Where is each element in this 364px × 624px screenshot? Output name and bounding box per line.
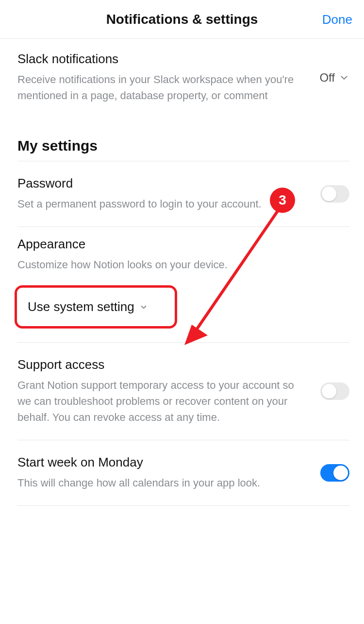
password-textcol: Password Set a permanent password to log…: [17, 176, 320, 212]
support-desc: Grant Notion support temporary access to…: [17, 377, 311, 425]
toggle-knob: [322, 384, 336, 399]
appearance-value: Use system setting: [28, 299, 134, 314]
start-week-row: Start week on Monday This will change ho…: [0, 440, 364, 505]
password-label: Password: [17, 176, 311, 191]
divider: [17, 505, 349, 506]
toggle-knob: [333, 466, 348, 480]
chevron-down-icon: [339, 72, 349, 83]
startweek-textcol: Start week on Monday This will change ho…: [17, 455, 320, 491]
content: Slack notifications Receive notification…: [0, 39, 364, 506]
chevron-down-icon: [139, 303, 148, 312]
my-settings-heading: My settings: [0, 116, 364, 161]
slack-value-control[interactable]: Off: [319, 71, 349, 85]
appearance-dropdown[interactable]: Use system setting: [15, 285, 177, 329]
appearance-desc: Customize how Notion looks on your devic…: [17, 257, 347, 273]
support-textcol: Support access Grant Notion support temp…: [17, 357, 320, 425]
password-desc: Set a permanent password to login to you…: [17, 196, 311, 212]
password-toggle[interactable]: [320, 185, 349, 203]
appearance-row: Appearance Customize how Notion looks on…: [0, 227, 364, 273]
slack-label: Slack notifications: [17, 52, 310, 67]
slack-notifications-row[interactable]: Slack notifications Receive notification…: [0, 39, 364, 116]
support-access-row: Support access Grant Notion support temp…: [0, 343, 364, 440]
slack-textcol: Slack notifications Receive notification…: [17, 52, 319, 104]
startweek-label: Start week on Monday: [17, 455, 311, 470]
toggle-knob: [322, 187, 336, 201]
support-toggle[interactable]: [320, 382, 349, 400]
header: Notifications & settings Done: [0, 0, 364, 39]
startweek-desc: This will change how all calendars in yo…: [17, 475, 311, 491]
slack-value: Off: [319, 71, 335, 85]
support-label: Support access: [17, 357, 311, 372]
password-row: Password Set a permanent password to log…: [0, 161, 364, 226]
appearance-label: Appearance: [17, 237, 347, 252]
slack-desc: Receive notifications in your Slack work…: [17, 71, 310, 104]
start-week-toggle[interactable]: [320, 464, 349, 482]
page-title: Notifications & settings: [106, 12, 258, 27]
done-button[interactable]: Done: [322, 12, 352, 27]
